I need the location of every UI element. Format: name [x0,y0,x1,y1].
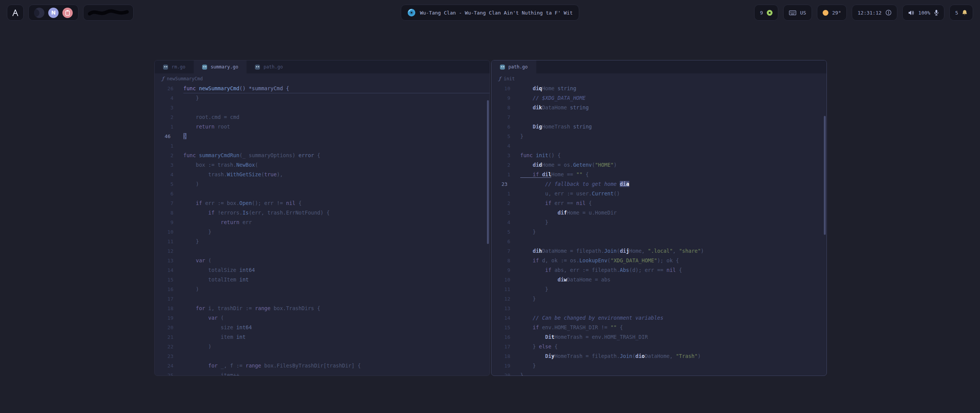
code-line: 11 } [155,237,490,246]
code-token: DataHome [542,104,570,111]
code-token: } [520,343,539,350]
code-token: Di [520,124,539,130]
keyboard-layout-widget[interactable]: US [783,5,812,21]
tray-status-icon[interactable] [34,8,44,18]
scrollbar[interactable] [824,116,826,235]
code-token: (); err != [252,200,286,206]
code-token: d, ok := os. [539,257,580,263]
line-number: 26 [155,84,183,93]
go-file-icon [500,65,505,70]
line-number: 23 [155,351,183,361]
code-token: summaryCmdRun [199,152,240,158]
tray-clipboard-icon[interactable] [62,8,73,18]
line-number: 46 [155,132,183,141]
code-line: 26func newSummaryCmd() *summaryCmd { [155,84,490,93]
notifications-count: 5 [955,10,958,16]
code-token: for [183,305,205,311]
code-line: 4 trash.WithGetSize(true), [155,170,490,179]
code-token: DataHome = filepath. [542,248,604,254]
weather-widget[interactable]: 29° [817,5,847,21]
line-number: 6 [492,237,520,246]
line-number: 8 [492,103,520,112]
tab-label: rm.go [172,64,185,70]
code-editor-area[interactable]: 10 diqHome string9 // $XDG_DATA_HOME8 di… [492,84,826,376]
scrollbar[interactable] [487,100,489,244]
line-number: 3 [492,151,520,160]
notifications-widget[interactable]: 5 [949,5,973,21]
line-number: 18 [492,351,520,361]
code-line: 18 for i, trashDir := range box.TrashDir… [155,304,490,313]
code-line: 2 if err == nil { [492,198,826,208]
code-line: 4 } [492,218,826,227]
code-token: { [551,343,557,350]
music-disc-icon [407,8,416,17]
line-number: 15 [155,275,183,285]
launcher-logo-icon [10,8,20,18]
code-token: ( [255,162,258,168]
updates-widget[interactable]: 9 [754,5,778,21]
media-player-widget[interactable]: Wu-Tang Clan - Wu-Tang Clan Ain't Nuthin… [401,5,579,21]
code-token: env.HOME_TRASH_DIR != [539,324,611,330]
line-number: 2 [492,198,520,208]
line-number: 19 [492,361,520,371]
speaker-icon [908,10,915,16]
clock-widget[interactable]: 12:31:12 [852,5,897,21]
app-launcher-button[interactable] [7,5,24,21]
code-token: nil [666,267,676,273]
line-number: 24 [155,361,183,371]
code-token: range [255,305,271,311]
code-token: ( [617,248,620,254]
code-token: if [520,267,551,273]
code-editor-area[interactable]: 26func newSummaryCmd() *summaryCmd {4 }3… [155,84,490,376]
code-line: 14 // Can be changed by environment vari… [492,313,826,323]
code-token: func [183,85,199,91]
code-line: 8 dikDataHome string [492,103,826,112]
tab-rm.go[interactable]: rm.go [155,60,194,73]
line-number: 3 [492,208,520,218]
code-token: ".local" [648,248,673,254]
tab-summary.go[interactable]: summary.go [194,60,247,73]
code-token: // Can be changed by environment variabl… [520,315,663,321]
editor-window-left: rm.gosummary.gopath.go ƒ newSummaryCmd 2… [154,60,490,376]
clipboard-icon [65,10,70,16]
breadcrumb: ƒ newSummaryCmd [155,73,490,84]
tab-path.go[interactable]: path.go [492,60,536,73]
code-line: 9 return err [155,218,490,227]
code-token: j [626,248,629,254]
code-token: } [520,286,548,292]
code-line: 2 didHome = os.Getenv("HOME") [492,160,826,170]
line-number: 6 [492,122,520,132]
tab-label: summary.go [211,64,238,70]
audio-widget[interactable]: 100% [902,5,944,21]
code-line: 7 if err := box.Open(); err != nil { [155,198,490,208]
code-line: 3 box := trash.NewBox( [155,160,490,170]
code-line: 23 // fallback to get home dia [492,179,826,189]
code-token: ( [205,257,211,263]
code-token: k [539,104,542,111]
code-token: var [183,315,217,321]
code-line: 16 DitHomeTrash = env.HOME_TRASH_DIR [492,332,826,342]
line-number: 3 [155,160,183,170]
code-token: ) [701,248,704,254]
tab-path.go[interactable]: path.go [247,60,291,73]
code-token: Open [239,200,252,206]
system-tray: N [28,5,78,21]
code-line: 24 for _, f := range box.FilesByTrashDir… [155,361,490,371]
line-number: 4 [155,170,183,179]
line-number: 13 [492,304,520,313]
code-token: !errors. [214,210,242,216]
code-token: di [520,162,539,168]
line-number: 4 [492,141,520,151]
code-token: "" [611,324,617,330]
line-number: 1 [155,122,183,132]
code-token [539,171,542,178]
code-token: } [520,372,523,376]
code-token: (err, trash.ErrNotFound) { [249,210,330,216]
tray-n-icon[interactable]: N [48,8,59,18]
code-token: range [246,363,261,369]
line-number: 11 [155,237,183,246]
redacted-window-title[interactable] [83,5,134,21]
code-token: "HOME" [595,162,614,168]
code-line: 7 [492,112,826,122]
code-line: 2func summaryCmdRun(_ summaryOptions) er… [155,151,490,160]
